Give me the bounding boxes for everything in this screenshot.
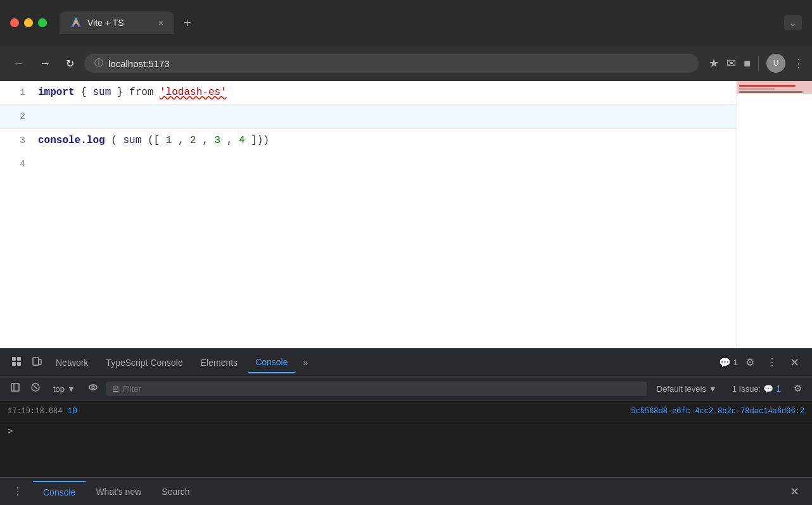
console-prompt: >: [0, 421, 812, 442]
svg-point-12: [89, 385, 97, 390]
plain-text: {: [80, 87, 92, 98]
main-content: 1 import { sum } from 'lodash-es' 2 3 co…: [0, 81, 812, 348]
bottom-close-button[interactable]: ✕: [785, 482, 804, 501]
filter-input[interactable]: [123, 384, 640, 394]
vite-icon: [70, 16, 82, 29]
issue-badge: 1 Issue: 💬 1: [727, 381, 786, 396]
line-number-1: 1: [0, 82, 38, 104]
devtools-settings-button[interactable]: ⚙: [740, 354, 759, 371]
new-tab-button[interactable]: +: [179, 13, 196, 33]
tab-typescript-console[interactable]: TypeScript Console: [98, 352, 190, 373]
avatar[interactable]: U: [766, 54, 785, 73]
svg-rect-8: [11, 383, 19, 391]
console-timestamp: 17:19:18.684: [8, 407, 62, 416]
identifier-sum-call: sum: [123, 135, 141, 146]
maximize-window-button[interactable]: [38, 18, 47, 27]
bottom-tab-console[interactable]: Console: [33, 481, 86, 502]
mail-icon[interactable]: ✉: [726, 56, 736, 70]
string-lodash: 'lodash-es': [160, 87, 227, 98]
browser-tab[interactable]: Vite + TS ×: [60, 11, 174, 34]
device-toolbar-icon[interactable]: [28, 354, 46, 371]
svg-point-13: [92, 386, 94, 389]
levels-label: Default levels: [657, 384, 706, 394]
tab-close-button[interactable]: ×: [158, 18, 163, 28]
plain-text: ])): [251, 135, 269, 146]
panel-selector-icon[interactable]: [8, 354, 25, 371]
chat-icon: 💬: [719, 357, 731, 368]
console-settings-button[interactable]: ⚙: [791, 380, 804, 397]
plain-text: from: [129, 87, 160, 98]
svg-line-11: [34, 385, 37, 389]
tab-network[interactable]: Network: [48, 352, 96, 373]
code-line-3: 3 console.log ( sum ([ 1 , 2 , 3 , 4 ])): [0, 129, 736, 153]
console-value: 10: [67, 406, 77, 416]
address-bar-row: ← → ↻ ⓘ localhost:5173 ★ ✉ ■ U ⋮: [0, 46, 812, 81]
info-icon: ⓘ: [94, 58, 103, 69]
context-label: top: [53, 384, 65, 394]
minimize-window-button[interactable]: [24, 18, 33, 27]
context-selector[interactable]: top ▼: [48, 382, 80, 396]
line-content-4: [38, 153, 736, 175]
number-2: 2: [190, 135, 196, 146]
eye-icon[interactable]: [86, 380, 101, 397]
sidebar-toggle-button[interactable]: [8, 380, 23, 397]
prompt-arrow-icon: >: [8, 427, 13, 437]
tab-console[interactable]: Console: [248, 352, 295, 373]
plain-text: (: [111, 135, 117, 146]
tab-area: Vite + TS × + ⌄: [60, 11, 802, 34]
line-content-1: import { sum } from 'lodash-es': [38, 81, 736, 104]
code-line-4: 4: [0, 153, 736, 176]
devtools-topbar: Network TypeScript Console Elements Cons…: [0, 348, 812, 376]
browser-more-button[interactable]: ⋮: [793, 56, 804, 70]
url-text: localhost:5173: [108, 58, 170, 69]
extension-icon[interactable]: ■: [744, 57, 751, 70]
bottom-tab-search[interactable]: Search: [151, 482, 200, 502]
back-button[interactable]: ←: [8, 54, 29, 73]
chat-badge-icon: 💬: [763, 384, 773, 394]
plain-text: }: [117, 87, 129, 98]
plain-text: ,: [178, 135, 190, 146]
console-output[interactable]: 17:19:18.684 10 5c5568d8-e6fc-4cc2-8b2c-…: [0, 401, 812, 477]
console-toolbar: top ▼ ⊟ Default levels ▼ 1 Issue: 💬 1 ⚙: [0, 376, 812, 401]
devtools-close-button[interactable]: ✕: [785, 353, 804, 372]
svg-rect-5: [17, 362, 21, 366]
levels-selector[interactable]: Default levels ▼: [652, 382, 722, 396]
reload-button[interactable]: ↻: [61, 55, 79, 72]
line-number-2: 2: [0, 106, 38, 128]
line-number-3: 3: [0, 130, 38, 153]
more-tabs-button[interactable]: »: [298, 355, 314, 370]
title-bar: Vite + TS × + ⌄: [0, 0, 812, 46]
toolbar-divider: [758, 56, 759, 71]
bookmark-icon[interactable]: ★: [709, 56, 719, 70]
svg-rect-2: [12, 357, 16, 361]
number-4: 4: [239, 135, 245, 146]
code-line-2: 2: [0, 104, 736, 129]
levels-chevron-icon: ▼: [709, 384, 717, 394]
tab-elements[interactable]: Elements: [193, 352, 245, 373]
plain-text: ,: [227, 135, 239, 146]
clear-console-button[interactable]: [28, 380, 43, 397]
close-window-button[interactable]: [10, 18, 19, 27]
console-source-link[interactable]: 5c5568d8-e6fc-4cc2-8b2c-78dac14a6d96:2: [631, 407, 804, 416]
forward-button[interactable]: →: [34, 54, 56, 73]
bottom-bar: ⋮ Console What's new Search ✕: [0, 477, 812, 505]
devtools-panel: Network TypeScript Console Elements Cons…: [0, 348, 812, 505]
svg-rect-6: [33, 358, 39, 365]
address-bar[interactable]: ⓘ localhost:5173: [84, 54, 699, 73]
bottom-more-button[interactable]: ⋮: [8, 483, 28, 500]
svg-rect-3: [17, 357, 21, 361]
svg-rect-4: [12, 362, 16, 366]
tab-dropdown-button[interactable]: ⌄: [784, 15, 802, 30]
line-number-4: 4: [0, 153, 38, 176]
svg-rect-7: [39, 359, 41, 365]
browser-toolbar: ★ ✉ ■ U ⋮: [709, 54, 804, 73]
code-editor[interactable]: 1 import { sum } from 'lodash-es' 2 3 co…: [0, 81, 736, 348]
number-1: 1: [166, 135, 172, 146]
bottom-tab-whats-new[interactable]: What's new: [86, 482, 151, 502]
line-content-3: console.log ( sum ([ 1 , 2 , 3 , 4 ])): [38, 129, 736, 152]
chevron-down-icon: ▼: [67, 384, 75, 394]
number-3: 3: [215, 135, 221, 146]
minimap: [736, 81, 812, 348]
filter-area[interactable]: ⊟: [106, 382, 647, 396]
devtools-more-button[interactable]: ⋮: [762, 354, 782, 371]
